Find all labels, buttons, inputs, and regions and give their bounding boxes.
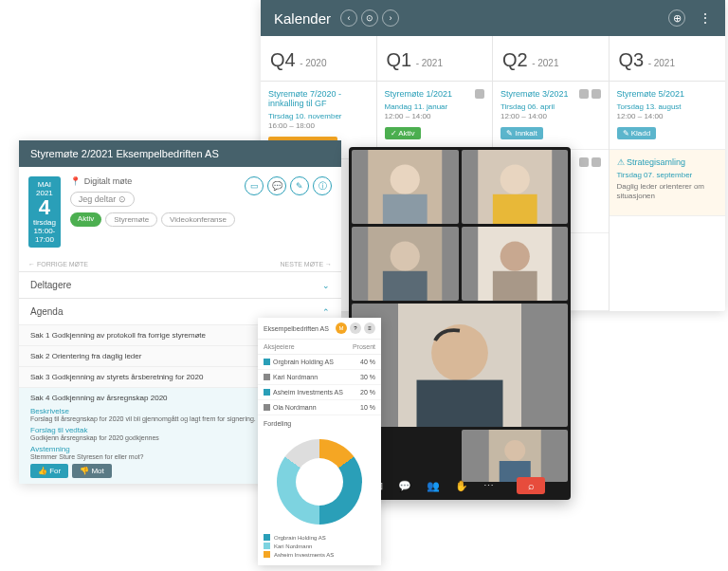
shareholders-panel: Eksempelbedriften AS M?≡ AksjeeiereProse… — [258, 318, 381, 565]
video-tile[interactable] — [352, 227, 459, 301]
status-badge: ✎ Kladd — [617, 127, 657, 139]
chip-video: Videokonferanse — [161, 212, 235, 227]
svg-point-4 — [500, 165, 529, 194]
event-date: Tirsdag 10. november — [268, 112, 369, 120]
flag-icon — [579, 89, 589, 99]
attend-chip[interactable]: Jeg deltar ⊙ — [70, 192, 135, 207]
chip-type: Styremøte — [105, 212, 157, 227]
chevron-down-icon: ⌄ — [322, 281, 330, 290]
chevron-up-icon: ⌃ — [322, 307, 330, 317]
event-time: 16:00 – 18:00 — [268, 121, 369, 130]
event-date: Tirsdag 07. september — [617, 171, 719, 179]
video-icon[interactable]: ▭ — [245, 176, 264, 195]
video-tile[interactable] — [352, 150, 459, 224]
swatch — [264, 543, 270, 549]
event-time: 12:00 – 14:00 — [500, 112, 601, 120]
hangup-button[interactable]: ⌕ — [517, 477, 545, 494]
repeat-icon — [475, 89, 484, 99]
video-toolbar: ⊡ 💬 👥 ✋ ⋯ ⌕ — [352, 474, 568, 497]
col-header: Prosent — [353, 343, 375, 350]
menu-icon[interactable]: ≡ — [364, 322, 375, 334]
calendar-event[interactable]: ⚠ Strategisamling Tirsdag 07. september … — [610, 150, 726, 216]
location: 📍Digitalt møte — [70, 176, 235, 186]
calendar-title: Kalender — [274, 10, 331, 27]
chat-icon[interactable]: 💬 — [398, 480, 411, 492]
q-year: - 2021 — [648, 58, 675, 68]
calendar-event[interactable]: Styremøte 5/2021 Torsdag 13. august 12:0… — [610, 82, 726, 150]
calendar-event[interactable]: Styremøte 3/2021 Tirsdag 06. april 12:00… — [493, 82, 609, 150]
date-day: 4 — [32, 197, 57, 218]
date-time: 15:00-17:00 — [32, 227, 57, 244]
chip-active: Aktiv — [70, 212, 101, 227]
q-label: Q3 — [619, 49, 645, 70]
event-date: Tirsdag 06. april — [500, 102, 601, 111]
svg-point-1 — [391, 165, 420, 194]
section-title: Fordeling — [258, 415, 381, 432]
svg-point-10 — [500, 242, 529, 271]
calendar-event[interactable]: Styremøte 1/2021 Mandag 11. januar 12:00… — [377, 82, 493, 150]
date-weekday: tirsdag — [32, 218, 57, 227]
col-header: Aksjeeiere — [264, 343, 295, 350]
calendar-header: Kalender ‹ ⊙ › ⊕ ⋮ — [261, 0, 725, 36]
share-row[interactable]: Orgbrain Holding AS40 % — [258, 355, 381, 370]
more-icon[interactable]: ⋯ — [483, 480, 494, 492]
event-date: Mandag 11. januar — [385, 102, 485, 111]
raise-hand-icon[interactable]: ✋ — [455, 480, 468, 492]
event-time: 12:00 – 14:00 — [385, 112, 485, 120]
help-icon[interactable]: ? — [350, 322, 361, 334]
q-label: Q2 — [502, 49, 528, 70]
svg-rect-5 — [492, 194, 537, 224]
participants-icon[interactable]: 👥 — [427, 480, 440, 492]
avatar-icon[interactable]: M — [336, 322, 347, 334]
q-year: - 2021 — [532, 58, 558, 68]
share-row[interactable]: Ola Nordmann10 % — [258, 400, 381, 415]
nav-next-icon[interactable]: › — [382, 9, 399, 27]
svg-rect-11 — [492, 271, 537, 301]
svg-rect-14 — [417, 380, 503, 427]
section-participants[interactable]: Deltagere⌄ — [19, 271, 341, 298]
meeting-header: Styremøte 2/2021 Eksempelbedriften AS — [19, 140, 341, 167]
share-row[interactable]: Asheim Investments AS20 % — [258, 385, 381, 400]
event-title: ⚠ Strategisamling — [617, 157, 719, 167]
status-badge: ✎ Innkalt — [500, 127, 543, 139]
video-conference: ⊡ 💬 👥 ✋ ⋯ ⌕ — [349, 147, 571, 500]
prev-meeting[interactable]: ← FORRIGE MØTE — [28, 261, 88, 267]
edit-icon[interactable]: ✎ — [290, 176, 309, 195]
share-row[interactable]: Kari Nordmann30 % — [258, 370, 381, 385]
more-icon[interactable]: ⋮ — [699, 10, 712, 26]
company-name: Eksempelbedriften AS — [264, 325, 329, 332]
event-title: Styremøte 5/2021 — [617, 89, 719, 99]
nav-today-icon[interactable]: ⊙ — [361, 9, 378, 27]
video-tile[interactable] — [462, 430, 569, 482]
card-icon — [592, 89, 601, 99]
q-label: Q4 — [270, 49, 296, 70]
svg-point-7 — [391, 242, 420, 271]
next-meeting[interactable]: NESTE MØTE → — [281, 261, 332, 267]
event-title: Styremøte 7/2020 - innkalling til GF — [268, 89, 369, 108]
swatch — [264, 534, 270, 541]
video-tile-main[interactable] — [352, 304, 568, 427]
vote-for-button[interactable]: 👍 For — [30, 464, 68, 478]
chat-icon[interactable]: 💬 — [267, 176, 286, 195]
event-time: 12:00 – 14:00 — [617, 112, 719, 120]
video-tile[interactable] — [462, 150, 569, 224]
q-year: - 2021 — [416, 58, 443, 68]
card-icon — [592, 157, 601, 167]
donut-chart — [277, 439, 362, 525]
svg-rect-2 — [383, 194, 428, 224]
swatch — [264, 551, 270, 558]
chart-legend: Orgbrain Holding AS Kari Nordmann Asheim… — [258, 532, 381, 565]
info-icon[interactable]: ⓘ — [313, 176, 332, 195]
add-icon[interactable]: ⊕ — [668, 9, 685, 27]
nav-prev-icon[interactable]: ‹ — [340, 9, 357, 27]
person-icon — [264, 374, 270, 380]
event-desc: Daglig leder orienterer om situasjonen — [617, 182, 719, 202]
pin-icon: 📍 — [70, 176, 81, 186]
building-icon — [264, 389, 270, 396]
q-year: - 2020 — [300, 58, 326, 68]
svg-point-16 — [504, 440, 525, 461]
vote-against-button[interactable]: 👎 Mot — [72, 464, 112, 478]
video-tile[interactable] — [462, 227, 569, 301]
date-box: MAI 2021 4 tirsdag 15:00-17:00 — [28, 176, 61, 248]
person-icon — [264, 404, 270, 411]
